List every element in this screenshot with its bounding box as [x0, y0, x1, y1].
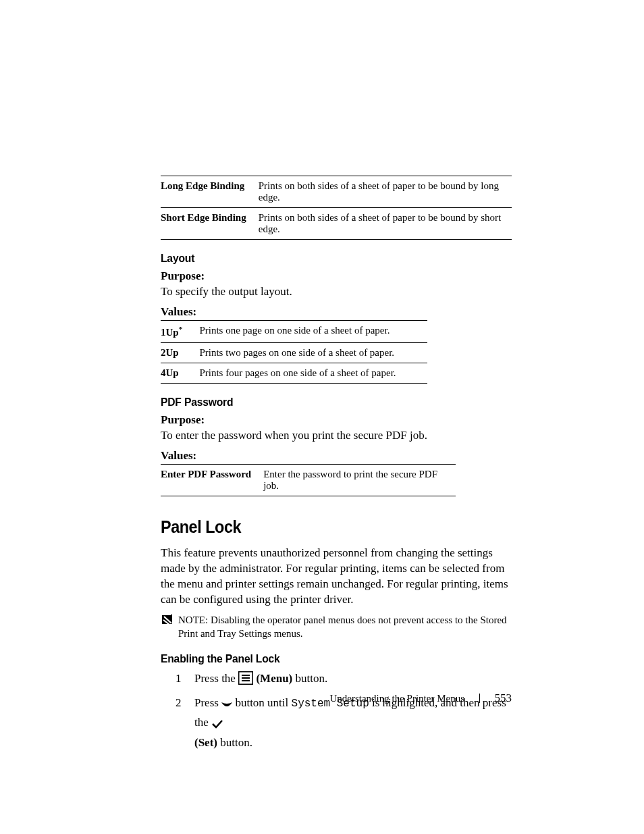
desc-4up: Prints four pages on one side of a sheet…: [199, 363, 427, 383]
page-footer: Understanding the Printer Menus 553: [329, 692, 512, 705]
desc-2up: Prints two pages on one side of a sheet …: [199, 342, 427, 363]
table-row: Enter PDF Password Enter the password to…: [161, 464, 456, 496]
heading-pdf-password: PDF Password: [161, 396, 483, 409]
term-long-edge: Long Edge Binding: [161, 176, 259, 208]
step-number: 2: [161, 694, 194, 752]
panel-lock-body: This feature prevents unauthorized perso…: [161, 546, 512, 608]
table-row: 1Up* Prints one page on one side of a sh…: [161, 320, 427, 342]
table-row: Long Edge Binding Prints on both sides o…: [161, 176, 512, 208]
heading-layout: Layout: [161, 252, 483, 265]
check-set-icon: [211, 716, 223, 734]
note: NOTE: Disabling the operator panel menus…: [161, 613, 512, 641]
term-4up: 4Up: [161, 363, 199, 383]
binding-table: Long Edge Binding Prints on both sides o…: [161, 176, 512, 240]
footer-separator: [479, 694, 480, 703]
page-number: 553: [495, 692, 512, 704]
purpose-text: To enter the password when you print the…: [161, 428, 512, 444]
steps-list: 1 Press the (Menu) button. 2 Press butto…: [161, 670, 512, 751]
step-text: Press the (Menu) button.: [194, 670, 327, 690]
desc-long-edge: Prints on both sides of a sheet of paper…: [259, 176, 512, 208]
desc-enter-pdf-password: Enter the password to print the secure P…: [263, 464, 456, 496]
term-enter-pdf-password: Enter PDF Password: [161, 464, 263, 496]
layout-table: 1Up* Prints one page on one side of a sh…: [161, 320, 427, 384]
heading-enabling-panel-lock: Enabling the Panel Lock: [161, 652, 483, 666]
term-1up: 1Up*: [161, 320, 199, 342]
pdf-table: Enter PDF Password Enter the password to…: [161, 464, 456, 496]
down-arrow-icon: [221, 697, 232, 714]
purpose-text: To specify the output layout.: [161, 284, 512, 300]
term-2up: 2Up: [161, 342, 199, 363]
step-number: 1: [161, 670, 194, 690]
heading-panel-lock: Panel Lock: [161, 517, 477, 538]
note-icon: [161, 613, 178, 641]
table-row: Short Edge Binding Prints on both sides …: [161, 208, 512, 240]
desc-1up: Prints one page on one side of a sheet o…: [199, 320, 427, 342]
menu-button-icon: [238, 671, 253, 690]
values-label: Values:: [161, 449, 512, 463]
desc-short-edge: Prints on both sides of a sheet of paper…: [259, 208, 512, 240]
purpose-label: Purpose:: [161, 413, 512, 427]
table-row: 2Up Prints two pages on one side of a sh…: [161, 342, 427, 363]
purpose-label: Purpose:: [161, 269, 512, 283]
values-label: Values:: [161, 305, 512, 319]
step-1: 1 Press the (Menu) button.: [161, 670, 512, 690]
footer-title: Understanding the Printer Menus: [329, 693, 464, 704]
table-row: 4Up Prints four pages on one side of a s…: [161, 363, 427, 383]
term-short-edge: Short Edge Binding: [161, 208, 259, 240]
note-text: NOTE: Disabling the operator panel menus…: [178, 613, 512, 641]
